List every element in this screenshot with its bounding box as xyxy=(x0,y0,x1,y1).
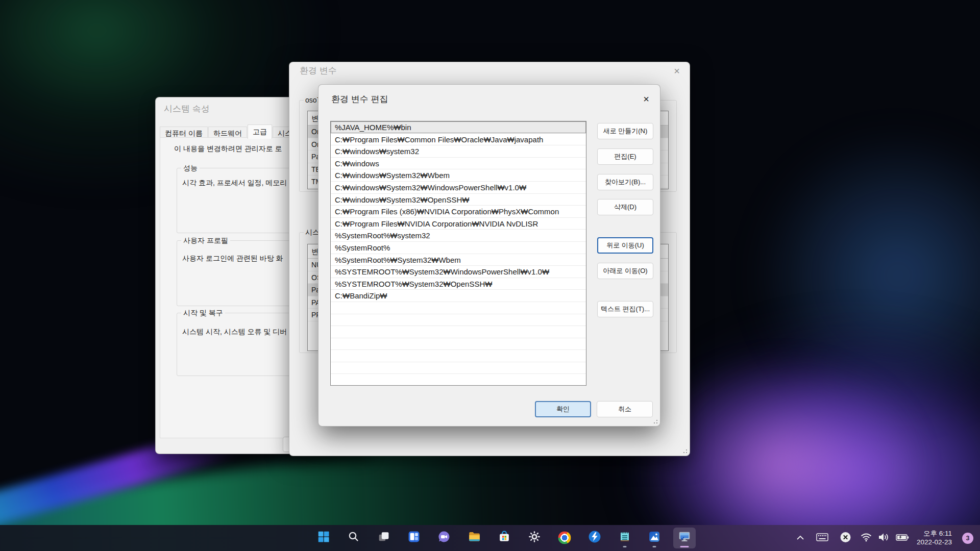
edit-environment-variable-dialog: 환경 변수 편집 × %JAVA_HOME%₩binC:₩Program Fil… xyxy=(318,84,660,427)
empty-row[interactable] xyxy=(331,350,586,362)
notepad-icon xyxy=(619,531,631,545)
taskbar-icons xyxy=(312,528,701,548)
empty-row[interactable] xyxy=(331,314,586,327)
notepad-button[interactable] xyxy=(614,528,636,548)
file-explorer-button[interactable] xyxy=(463,528,485,548)
search-button[interactable] xyxy=(342,528,365,548)
side-button-2[interactable]: 편집(E) xyxy=(597,148,653,165)
photos-icon xyxy=(648,530,661,545)
notification-badge[interactable]: 3 xyxy=(962,533,973,544)
settings-gear-icon xyxy=(528,530,541,545)
side-button-7[interactable]: 텍스트 편집(T)... xyxy=(597,301,653,317)
window-title: 환경 변수 xyxy=(300,65,337,77)
clock[interactable]: 오후 6:11 2022-02-23 xyxy=(917,529,952,547)
cancel-button[interactable]: 취소 xyxy=(597,401,653,417)
ok-button[interactable]: 확인 xyxy=(535,401,591,417)
widgets-button[interactable] xyxy=(403,528,425,548)
side-button-6[interactable]: 아래로 이동(O) xyxy=(597,263,653,279)
path-row[interactable]: C:₩Program Files (x86)₩NVIDIA Corporatio… xyxy=(331,206,586,218)
taskbar: 오후 6:11 2022-02-23 3 xyxy=(0,525,980,551)
settings-button[interactable] xyxy=(523,528,546,548)
active-running-indicator xyxy=(680,546,689,547)
task-view-button[interactable] xyxy=(373,528,395,548)
path-row[interactable]: C:₩Program Files₩Common Files₩Oracle₩Jav… xyxy=(331,134,586,146)
empty-row[interactable] xyxy=(331,362,586,374)
close-icon[interactable]: × xyxy=(639,91,654,107)
path-row[interactable]: %JAVA_HOME%₩bin xyxy=(331,121,586,134)
desktop: 시스템 속성 컴퓨터 이름하드웨어고급시스 이 내용을 변경하려면 관리자로 로… xyxy=(0,0,980,551)
microsoft-store-button[interactable] xyxy=(493,528,516,548)
photos-button[interactable] xyxy=(643,528,666,548)
touch-keyboard-icon[interactable] xyxy=(816,533,828,544)
status-circle-x-icon[interactable] xyxy=(840,532,851,544)
widgets-icon xyxy=(407,530,420,545)
clock-date: 2022-02-23 xyxy=(917,538,952,547)
empty-row[interactable] xyxy=(331,374,586,386)
group-label: 시작 및 복구 xyxy=(181,309,225,318)
empty-row[interactable] xyxy=(331,302,586,314)
wifi-icon[interactable] xyxy=(861,533,872,544)
group-description: 사용자 로그인에 관련된 바탕 화 xyxy=(182,254,283,263)
group-description: 시각 효과, 프로세서 일정, 메모리 xyxy=(182,179,287,188)
window-title: 시스템 속성 xyxy=(164,103,210,115)
group-label: 사용자 프로필 xyxy=(181,236,230,245)
start-button[interactable] xyxy=(312,528,335,548)
file-explorer-icon xyxy=(468,530,481,545)
window-title: 환경 변수 편집 xyxy=(331,92,388,107)
path-row[interactable]: C:₩windows₩System32₩OpenSSH₩ xyxy=(331,194,586,206)
chrome-button[interactable] xyxy=(553,528,576,548)
running-indicator xyxy=(623,546,626,547)
group-label: 성능 xyxy=(181,164,200,173)
close-icon[interactable]: × xyxy=(669,63,684,79)
empty-row[interactable] xyxy=(331,338,586,350)
search-icon xyxy=(348,531,360,545)
volume-icon[interactable] xyxy=(878,532,889,544)
microsoft-store-icon xyxy=(498,530,510,545)
clock-time: 오후 6:11 xyxy=(917,529,952,538)
tab-strip: 컴퓨터 이름하드웨어고급시스 xyxy=(160,125,298,138)
side-button-4[interactable]: 삭제(D) xyxy=(597,199,653,215)
path-row[interactable]: %SYSTEMROOT%₩System32₩WindowsPowerShell₩… xyxy=(331,266,586,278)
start-icon xyxy=(317,530,330,545)
path-row[interactable]: C:₩Program Files₩NVIDIA Corporation₩NVID… xyxy=(331,218,586,230)
lightning-app-button[interactable] xyxy=(583,528,606,548)
side-button-1[interactable]: 새로 만들기(N) xyxy=(597,123,653,139)
resize-grip[interactable] xyxy=(682,448,687,453)
path-row[interactable]: %SystemRoot% xyxy=(331,242,586,254)
chat-icon xyxy=(437,530,450,545)
battery-charging-icon[interactable] xyxy=(896,533,909,544)
group-description: 시스템 시작, 시스템 오류 및 디버 xyxy=(182,328,287,337)
system-properties-button[interactable] xyxy=(673,528,696,548)
chat-button[interactable] xyxy=(433,528,455,548)
side-button-3[interactable]: 찾아보기(B)... xyxy=(597,174,653,190)
resize-grip[interactable] xyxy=(652,418,657,423)
side-button-5[interactable]: 위로 이동(U) xyxy=(597,237,653,254)
path-list[interactable]: %JAVA_HOME%₩binC:₩Program Files₩Common F… xyxy=(330,121,586,386)
running-indicator xyxy=(653,546,656,547)
path-row[interactable]: C:₩windows₩System32₩WindowsPowerShell₩v1… xyxy=(331,182,586,194)
path-row[interactable]: C:₩windows xyxy=(331,158,586,170)
path-row[interactable]: C:₩windows₩system32 xyxy=(331,145,586,158)
lightning-app-icon xyxy=(588,530,601,545)
empty-row[interactable] xyxy=(331,326,586,338)
path-row[interactable]: C:₩windows₩System32₩Wbem xyxy=(331,169,586,182)
tab-고급[interactable]: 고급 xyxy=(248,124,272,139)
task-view-icon xyxy=(377,530,390,545)
path-row[interactable]: C:₩BandiZip₩ xyxy=(331,290,586,302)
path-row[interactable]: %SystemRoot%₩system32 xyxy=(331,230,586,242)
admin-notice-text: 이 내용을 변경하려면 관리자로 로 xyxy=(174,144,282,154)
chrome-icon xyxy=(558,531,571,544)
path-row[interactable]: %SystemRoot%₩System32₩Wbem xyxy=(331,254,586,266)
path-row[interactable]: %SYSTEMROOT%₩System32₩OpenSSH₩ xyxy=(331,278,586,290)
system-properties-icon xyxy=(678,530,691,545)
hidden-icons-chevron-icon[interactable] xyxy=(796,534,804,543)
